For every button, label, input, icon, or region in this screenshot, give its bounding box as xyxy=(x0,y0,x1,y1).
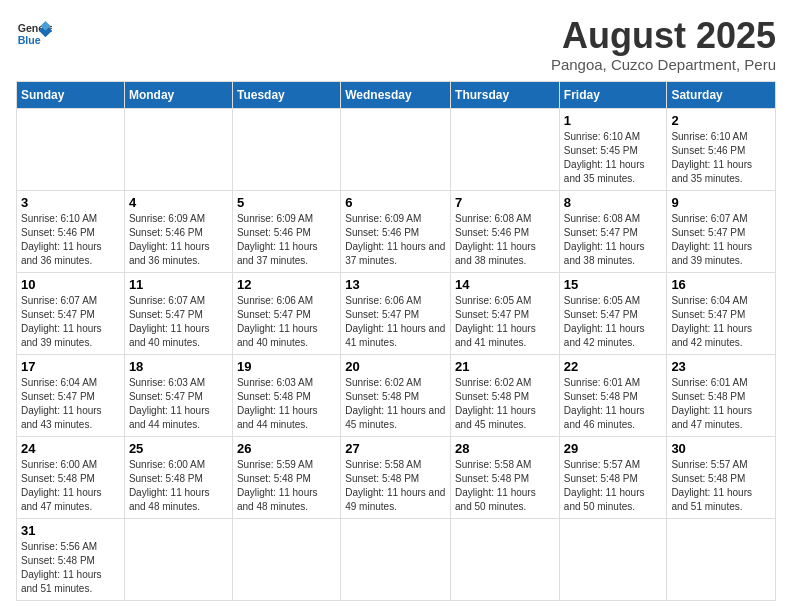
day-info: Sunrise: 6:10 AM Sunset: 5:46 PM Dayligh… xyxy=(21,212,120,268)
day-info: Sunrise: 6:06 AM Sunset: 5:47 PM Dayligh… xyxy=(237,294,336,350)
day-number: 13 xyxy=(345,277,446,292)
weekday-header-saturday: Saturday xyxy=(667,81,776,108)
day-info: Sunrise: 6:04 AM Sunset: 5:47 PM Dayligh… xyxy=(671,294,771,350)
calendar-cell xyxy=(341,108,451,190)
day-number: 5 xyxy=(237,195,336,210)
calendar-cell: 14Sunrise: 6:05 AM Sunset: 5:47 PM Dayli… xyxy=(451,272,560,354)
calendar-week-3: 10Sunrise: 6:07 AM Sunset: 5:47 PM Dayli… xyxy=(17,272,776,354)
day-info: Sunrise: 5:57 AM Sunset: 5:48 PM Dayligh… xyxy=(671,458,771,514)
logo-icon: General Blue xyxy=(16,16,52,52)
calendar-week-1: 1Sunrise: 6:10 AM Sunset: 5:45 PM Daylig… xyxy=(17,108,776,190)
calendar-cell: 4Sunrise: 6:09 AM Sunset: 5:46 PM Daylig… xyxy=(124,190,232,272)
calendar-table: SundayMondayTuesdayWednesdayThursdayFrid… xyxy=(16,81,776,601)
day-info: Sunrise: 6:02 AM Sunset: 5:48 PM Dayligh… xyxy=(345,376,446,432)
calendar-week-5: 24Sunrise: 6:00 AM Sunset: 5:48 PM Dayli… xyxy=(17,436,776,518)
calendar-cell: 27Sunrise: 5:58 AM Sunset: 5:48 PM Dayli… xyxy=(341,436,451,518)
day-number: 14 xyxy=(455,277,555,292)
day-number: 8 xyxy=(564,195,663,210)
calendar-cell xyxy=(124,518,232,600)
calendar-cell: 22Sunrise: 6:01 AM Sunset: 5:48 PM Dayli… xyxy=(559,354,667,436)
day-number: 22 xyxy=(564,359,663,374)
calendar-cell xyxy=(232,108,340,190)
calendar-cell: 29Sunrise: 5:57 AM Sunset: 5:48 PM Dayli… xyxy=(559,436,667,518)
day-info: Sunrise: 6:07 AM Sunset: 5:47 PM Dayligh… xyxy=(671,212,771,268)
day-number: 3 xyxy=(21,195,120,210)
day-number: 25 xyxy=(129,441,228,456)
day-info: Sunrise: 6:08 AM Sunset: 5:46 PM Dayligh… xyxy=(455,212,555,268)
calendar-cell: 25Sunrise: 6:00 AM Sunset: 5:48 PM Dayli… xyxy=(124,436,232,518)
calendar-cell: 16Sunrise: 6:04 AM Sunset: 5:47 PM Dayli… xyxy=(667,272,776,354)
calendar-cell: 12Sunrise: 6:06 AM Sunset: 5:47 PM Dayli… xyxy=(232,272,340,354)
day-number: 9 xyxy=(671,195,771,210)
day-info: Sunrise: 6:10 AM Sunset: 5:46 PM Dayligh… xyxy=(671,130,771,186)
day-info: Sunrise: 6:05 AM Sunset: 5:47 PM Dayligh… xyxy=(455,294,555,350)
day-info: Sunrise: 6:03 AM Sunset: 5:48 PM Dayligh… xyxy=(237,376,336,432)
day-info: Sunrise: 5:59 AM Sunset: 5:48 PM Dayligh… xyxy=(237,458,336,514)
day-number: 4 xyxy=(129,195,228,210)
day-info: Sunrise: 6:04 AM Sunset: 5:47 PM Dayligh… xyxy=(21,376,120,432)
day-number: 30 xyxy=(671,441,771,456)
calendar-cell: 13Sunrise: 6:06 AM Sunset: 5:47 PM Dayli… xyxy=(341,272,451,354)
weekday-header-tuesday: Tuesday xyxy=(232,81,340,108)
day-number: 17 xyxy=(21,359,120,374)
day-number: 23 xyxy=(671,359,771,374)
day-number: 29 xyxy=(564,441,663,456)
calendar-cell: 23Sunrise: 6:01 AM Sunset: 5:48 PM Dayli… xyxy=(667,354,776,436)
calendar-cell: 30Sunrise: 5:57 AM Sunset: 5:48 PM Dayli… xyxy=(667,436,776,518)
day-number: 24 xyxy=(21,441,120,456)
day-number: 12 xyxy=(237,277,336,292)
calendar-cell: 7Sunrise: 6:08 AM Sunset: 5:46 PM Daylig… xyxy=(451,190,560,272)
weekday-header-row: SundayMondayTuesdayWednesdayThursdayFrid… xyxy=(17,81,776,108)
calendar-title: August 2025 xyxy=(551,16,776,56)
calendar-subtitle: Pangoa, Cuzco Department, Peru xyxy=(551,56,776,73)
day-info: Sunrise: 6:00 AM Sunset: 5:48 PM Dayligh… xyxy=(129,458,228,514)
calendar-cell: 8Sunrise: 6:08 AM Sunset: 5:47 PM Daylig… xyxy=(559,190,667,272)
page-header: General Blue August 2025 Pangoa, Cuzco D… xyxy=(16,16,776,73)
day-info: Sunrise: 6:01 AM Sunset: 5:48 PM Dayligh… xyxy=(564,376,663,432)
day-info: Sunrise: 5:56 AM Sunset: 5:48 PM Dayligh… xyxy=(21,540,120,596)
calendar-cell: 15Sunrise: 6:05 AM Sunset: 5:47 PM Dayli… xyxy=(559,272,667,354)
calendar-cell: 10Sunrise: 6:07 AM Sunset: 5:47 PM Dayli… xyxy=(17,272,125,354)
calendar-cell: 18Sunrise: 6:03 AM Sunset: 5:47 PM Dayli… xyxy=(124,354,232,436)
day-number: 19 xyxy=(237,359,336,374)
calendar-cell: 9Sunrise: 6:07 AM Sunset: 5:47 PM Daylig… xyxy=(667,190,776,272)
day-info: Sunrise: 6:06 AM Sunset: 5:47 PM Dayligh… xyxy=(345,294,446,350)
calendar-cell xyxy=(559,518,667,600)
day-info: Sunrise: 6:02 AM Sunset: 5:48 PM Dayligh… xyxy=(455,376,555,432)
calendar-cell: 19Sunrise: 6:03 AM Sunset: 5:48 PM Dayli… xyxy=(232,354,340,436)
calendar-cell: 31Sunrise: 5:56 AM Sunset: 5:48 PM Dayli… xyxy=(17,518,125,600)
calendar-cell xyxy=(667,518,776,600)
calendar-cell: 28Sunrise: 5:58 AM Sunset: 5:48 PM Dayli… xyxy=(451,436,560,518)
calendar-cell: 5Sunrise: 6:09 AM Sunset: 5:46 PM Daylig… xyxy=(232,190,340,272)
weekday-header-friday: Friday xyxy=(559,81,667,108)
day-number: 21 xyxy=(455,359,555,374)
calendar-week-2: 3Sunrise: 6:10 AM Sunset: 5:46 PM Daylig… xyxy=(17,190,776,272)
calendar-cell xyxy=(451,518,560,600)
day-info: Sunrise: 6:07 AM Sunset: 5:47 PM Dayligh… xyxy=(129,294,228,350)
calendar-cell: 21Sunrise: 6:02 AM Sunset: 5:48 PM Dayli… xyxy=(451,354,560,436)
svg-text:Blue: Blue xyxy=(18,34,41,46)
day-info: Sunrise: 6:01 AM Sunset: 5:48 PM Dayligh… xyxy=(671,376,771,432)
calendar-cell xyxy=(17,108,125,190)
day-info: Sunrise: 6:09 AM Sunset: 5:46 PM Dayligh… xyxy=(345,212,446,268)
logo: General Blue xyxy=(16,16,52,52)
day-number: 1 xyxy=(564,113,663,128)
day-number: 26 xyxy=(237,441,336,456)
calendar-week-6: 31Sunrise: 5:56 AM Sunset: 5:48 PM Dayli… xyxy=(17,518,776,600)
day-number: 18 xyxy=(129,359,228,374)
calendar-cell: 2Sunrise: 6:10 AM Sunset: 5:46 PM Daylig… xyxy=(667,108,776,190)
calendar-cell: 3Sunrise: 6:10 AM Sunset: 5:46 PM Daylig… xyxy=(17,190,125,272)
day-number: 10 xyxy=(21,277,120,292)
day-info: Sunrise: 6:09 AM Sunset: 5:46 PM Dayligh… xyxy=(237,212,336,268)
day-info: Sunrise: 6:05 AM Sunset: 5:47 PM Dayligh… xyxy=(564,294,663,350)
day-number: 15 xyxy=(564,277,663,292)
calendar-cell: 20Sunrise: 6:02 AM Sunset: 5:48 PM Dayli… xyxy=(341,354,451,436)
calendar-cell: 26Sunrise: 5:59 AM Sunset: 5:48 PM Dayli… xyxy=(232,436,340,518)
day-number: 20 xyxy=(345,359,446,374)
day-number: 6 xyxy=(345,195,446,210)
day-number: 7 xyxy=(455,195,555,210)
day-info: Sunrise: 6:07 AM Sunset: 5:47 PM Dayligh… xyxy=(21,294,120,350)
calendar-cell xyxy=(232,518,340,600)
day-number: 16 xyxy=(671,277,771,292)
weekday-header-thursday: Thursday xyxy=(451,81,560,108)
